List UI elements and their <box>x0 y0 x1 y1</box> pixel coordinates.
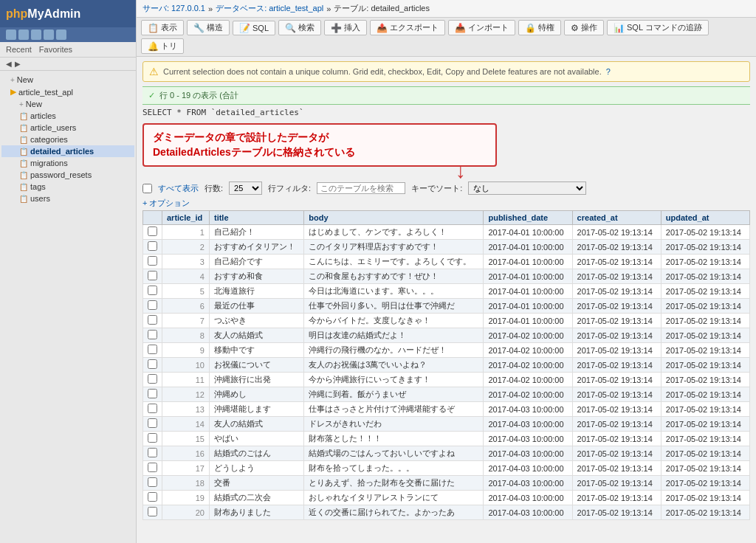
warning-help-icon[interactable]: ? <box>606 67 611 76</box>
row-checkbox[interactable] <box>148 418 157 428</box>
sort-label: キーでソート: <box>411 183 462 194</box>
new-icon: + <box>10 76 15 84</box>
cell-body: おしゃれなイタリアレストランにて <box>304 491 484 505</box>
row-checkbox[interactable] <box>148 389 157 398</box>
logo-icon-3[interactable] <box>31 30 41 40</box>
sidebar-item-db[interactable]: ▶ article_test_apl <box>1 86 134 98</box>
select-all-checkbox[interactable] <box>142 184 152 193</box>
rows-label: 行数: <box>205 183 223 194</box>
row-checkbox[interactable] <box>148 286 157 295</box>
cell-published: 2017-04-02 10:00:00 <box>484 387 572 402</box>
row-checkbox[interactable] <box>148 492 157 502</box>
row-checkbox[interactable] <box>148 374 157 384</box>
row-checkbox[interactable] <box>148 433 157 443</box>
row-checkbox[interactable] <box>148 448 157 457</box>
nav-arrow-left[interactable]: ◀ <box>6 60 12 68</box>
toolbar-btn-insert[interactable]: ➕ 挿入 <box>324 20 367 35</box>
sort-select[interactable]: なし <box>468 181 586 195</box>
toolbar-btn-privileges[interactable]: 🔒 特権 <box>518 20 561 35</box>
sidebar-item-password-resets[interactable]: 📋 password_resets <box>1 169 134 181</box>
sidebar-item-new-root[interactable]: + New <box>1 74 134 86</box>
data-table: article_id title body published_date cre… <box>142 210 750 520</box>
insert-icon: ➕ <box>331 23 342 33</box>
filter-input[interactable] <box>317 182 405 194</box>
row-checkbox[interactable] <box>148 315 157 325</box>
header-title[interactable]: title <box>209 211 303 225</box>
favorites-link[interactable]: Favorites <box>39 45 72 54</box>
cell-body: この和食屋もおすすめです！ぜひ！ <box>304 269 484 284</box>
header-checkbox[interactable] <box>143 211 162 225</box>
header-updated-at[interactable]: updated_at <box>661 211 749 225</box>
controls-bar: すべて表示 行数: 25 50 100 行フィルタ: キーでソート: なし <box>142 181 750 195</box>
logo-icon-2[interactable] <box>18 30 29 40</box>
row-checkbox[interactable] <box>148 271 157 280</box>
sidebar-item-migrations[interactable]: 📋 migrations <box>1 157 134 169</box>
cell-title: 移動中です <box>209 343 303 358</box>
cell-created: 2017-05-02 19:13:14 <box>572 461 661 476</box>
row-checkbox[interactable] <box>148 300 157 310</box>
header-article-id[interactable]: article_id <box>162 211 210 225</box>
breadcrumb-sep2: » <box>326 4 331 13</box>
toolbar-btn-tracking[interactable]: 📊 SQL コマンドの追跡 <box>607 20 709 35</box>
logo-icon-1[interactable] <box>6 30 16 40</box>
toolbar-btn-export-label: エクスポート <box>390 22 439 33</box>
toolbar-btn-structure[interactable]: 🔧 構造 <box>187 20 230 35</box>
sidebar: phpMyAdmin Recent Favorites ◀ ▶ + New ▶ … <box>0 0 137 543</box>
rows-select[interactable]: 25 50 100 <box>229 181 262 195</box>
header-body[interactable]: body <box>304 211 484 225</box>
row-checkbox[interactable] <box>148 404 157 413</box>
recent-favorites-bar: Recent Favorites <box>0 42 136 58</box>
options-link[interactable]: + オプション <box>142 198 750 209</box>
toolbar: 📋 表示 🔧 構造 📝 SQL 🔍 検索 ➕ 挿入 📤 エクスポート 📥 インポ… <box>137 18 756 57</box>
header-published-date[interactable]: published_date <box>484 211 572 225</box>
show-all-link[interactable]: すべて表示 <box>158 183 199 194</box>
cell-id: 6 <box>162 299 210 314</box>
cell-published: 2017-04-01 10:00:00 <box>484 255 572 269</box>
recent-link[interactable]: Recent <box>6 45 32 54</box>
row-checkbox[interactable] <box>148 226 157 236</box>
nav-arrow-right[interactable]: ▶ <box>15 60 21 68</box>
toolbar-btn-browse-label: 表示 <box>161 22 177 33</box>
row-checkbox[interactable] <box>148 359 157 369</box>
toolbar-btn-search[interactable]: 🔍 検索 <box>278 20 321 35</box>
toolbar-btn-operations[interactable]: ⚙ 操作 <box>564 20 604 35</box>
row-checkbox[interactable] <box>148 507 157 516</box>
export-icon: 📤 <box>377 23 388 33</box>
sidebar-item-article-users[interactable]: 📋 article_users <box>1 122 134 134</box>
cell-updated: 2017-05-02 19:13:14 <box>661 328 749 343</box>
cell-body: 今から沖縄旅行にいってきます！ <box>304 373 484 387</box>
row-checkbox[interactable] <box>148 241 157 251</box>
toolbar-btn-browse[interactable]: 📋 表示 <box>141 20 184 35</box>
sql-icon: 📝 <box>239 23 250 33</box>
cell-updated: 2017-05-02 19:13:14 <box>661 225 749 240</box>
toolbar-btn-import[interactable]: 📥 インポート <box>448 20 515 35</box>
callout-box: ダミーデータの章で設計したデータが DetailedArticlesテーブルに格… <box>142 123 497 167</box>
cell-id: 8 <box>162 328 210 343</box>
row-checkbox[interactable] <box>148 345 157 354</box>
sidebar-item-detailed-articles[interactable]: 📋 detailed_articles <box>1 145 134 157</box>
sidebar-item-new-db[interactable]: + New <box>1 98 134 110</box>
table-row: 4おすすめ和食この和食屋もおすすめです！ぜひ！2017-04-01 10:00:… <box>143 269 750 284</box>
row-checkbox[interactable] <box>148 256 157 266</box>
main-content: サーバ: 127.0.0.1 » データベース: article_test_ap… <box>137 0 756 543</box>
toolbar-btn-search-label: 検索 <box>298 22 315 33</box>
sidebar-item-new-root-label: New <box>17 75 33 84</box>
row-checkbox[interactable] <box>148 477 157 487</box>
sidebar-item-tags[interactable]: 📋 tags <box>1 181 134 193</box>
toolbar-btn-sql[interactable]: 📝 SQL <box>233 21 275 35</box>
row-checkbox[interactable] <box>148 330 157 339</box>
toolbar-btn-triggers[interactable]: 🔔 トリ <box>141 38 184 54</box>
cell-updated: 2017-05-02 19:13:14 <box>661 476 749 491</box>
toolbar-btn-export[interactable]: 📤 エクスポート <box>370 20 445 35</box>
logo-icon-5[interactable] <box>56 30 66 40</box>
sidebar-item-users[interactable]: 📋 users <box>1 193 134 204</box>
table-icon-users: 📋 <box>19 195 28 203</box>
row-checkbox[interactable] <box>148 463 157 472</box>
cell-published: 2017-04-01 10:00:00 <box>484 225 572 240</box>
breadcrumb-server[interactable]: サーバ: 127.0.0.1 <box>142 3 205 14</box>
sidebar-item-categories[interactable]: 📋 categories <box>1 134 134 145</box>
header-created-at[interactable]: created_at <box>572 211 661 225</box>
breadcrumb-database[interactable]: データベース: article_test_apl <box>216 3 323 14</box>
logo-icon-4[interactable] <box>44 30 54 40</box>
sidebar-item-articles[interactable]: 📋 articles <box>1 110 134 122</box>
